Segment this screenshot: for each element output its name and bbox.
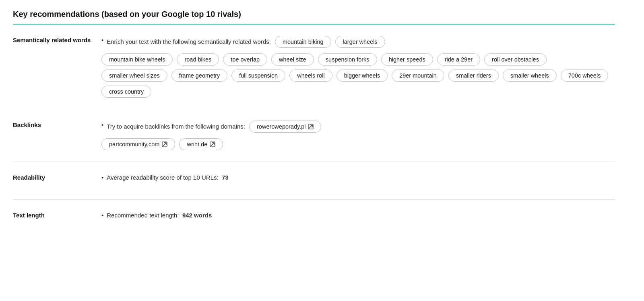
semantic-tag: road bikes	[177, 53, 219, 66]
backlinks-domain-wrint-label: wrint.de	[187, 141, 207, 147]
semantically-related-intro-row: • Enrich your text with the following se…	[101, 36, 615, 48]
semantically-related-label: Semantically related words	[13, 36, 101, 43]
text-length-label: Text length	[13, 211, 101, 219]
text-length-row: • Recommended text length: 942 words	[101, 211, 615, 220]
backlinks-intro-row: • Try to acquire backlinks from the foll…	[101, 121, 615, 133]
backlinks-domain-partcommunity[interactable]: partcommunity.com	[101, 138, 175, 150]
semantically-related-section: Semantically related words • Enrich your…	[13, 25, 615, 109]
backlinks-label: Backlinks	[13, 121, 101, 128]
backlinks-domain-roweroweporady-label: roweroweporady.pl	[257, 123, 305, 130]
text-length-text: Recommended text length: 942 words	[107, 211, 212, 220]
readability-content: • Average readability score of top 10 UR…	[101, 173, 615, 188]
semantically-related-tags-inline: mountain bikinglarger wheels	[275, 36, 385, 48]
bullet-icon-backlinks: •	[101, 121, 103, 128]
semantic-tag: smaller wheels	[503, 70, 557, 82]
semantic-tag: cross country	[101, 86, 151, 98]
readability-row: • Average readability score of top 10 UR…	[101, 173, 615, 182]
semantic-tag: toe overlap	[223, 53, 267, 66]
semantic-tag: smaller riders	[448, 70, 499, 82]
external-link-icon-2	[162, 141, 167, 147]
readability-score: 73	[222, 174, 229, 181]
backlinks-section: Backlinks • Try to acquire backlinks fro…	[13, 109, 615, 162]
bullet-icon: •	[101, 36, 103, 43]
text-length-section: Text length • Recommended text length: 9…	[13, 200, 615, 237]
readability-text-before: Average readability score of top 10 URLs…	[107, 174, 218, 181]
readability-text: Average readability score of top 10 URLs…	[107, 173, 228, 182]
backlinks-extra-domains: partcommunity.com wrint.de	[101, 138, 615, 150]
semantic-tag: roll over obstacles	[484, 53, 547, 66]
semantic-tag: mountain biking	[275, 36, 331, 48]
semantic-tag: 700c wheels	[561, 70, 609, 82]
external-link-icon	[308, 124, 314, 129]
backlinks-domain-wrint[interactable]: wrint.de	[179, 138, 223, 150]
semantic-tag: smaller wheel sizes	[101, 70, 167, 82]
semantic-tag: wheels roll	[289, 70, 332, 82]
semantic-tag: ride a 29er	[437, 53, 480, 66]
semantic-tag: larger wheels	[335, 36, 385, 48]
bullet-icon-text-length: •	[101, 211, 103, 219]
backlinks-intro-text: Try to acquire backlinks from the follow…	[107, 122, 245, 131]
semantically-related-tags: mountain bike wheelsroad bikestoe overla…	[101, 53, 615, 98]
readability-label: Readability	[13, 173, 101, 181]
text-length-content: • Recommended text length: 942 words	[101, 211, 615, 226]
semantic-tag: 29er mountain	[392, 70, 444, 82]
semantic-tag: wheel size	[271, 53, 314, 66]
backlinks-domain-roweroweporady[interactable]: roweroweporady.pl	[249, 121, 321, 133]
semantically-related-intro-text: Enrich your text with the following sema…	[107, 37, 271, 47]
semantic-tag: frame geometry	[171, 70, 228, 82]
semantic-tag: full suspension	[231, 70, 285, 82]
semantic-tag: suspension forks	[318, 53, 377, 66]
text-length-value: 942 words	[182, 212, 212, 219]
backlinks-content: • Try to acquire backlinks from the foll…	[101, 121, 615, 150]
page-title: Key recommendations (based on your Googl…	[13, 10, 615, 19]
semantic-tag: mountain bike wheels	[101, 53, 173, 66]
semantic-tag: higher speeds	[381, 53, 433, 66]
semantic-tag: bigger wheels	[336, 70, 388, 82]
semantically-related-content: • Enrich your text with the following se…	[101, 36, 615, 98]
text-length-text-before: Recommended text length:	[107, 212, 179, 219]
external-link-icon-3	[210, 141, 215, 147]
backlinks-domain-partcommunity-label: partcommunity.com	[109, 141, 159, 147]
readability-section: Readability • Average readability score …	[13, 162, 615, 200]
bullet-icon-readability: •	[101, 173, 103, 181]
